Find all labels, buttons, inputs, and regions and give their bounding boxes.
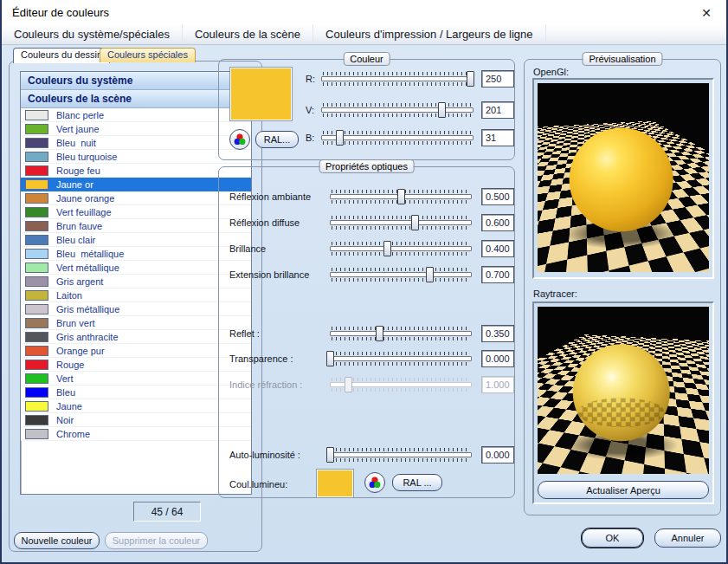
reflection-slider[interactable] xyxy=(330,327,472,340)
red-channel-slider[interactable] xyxy=(321,72,474,86)
blue-channel-slider[interactable] xyxy=(321,131,474,145)
self-luminosity-slider-thumb[interactable] xyxy=(326,447,334,463)
close-icon[interactable]: ✕ xyxy=(699,5,714,21)
color-list-item[interactable]: Rouge feu xyxy=(21,164,251,178)
red-channel-slider-thumb[interactable] xyxy=(467,71,474,87)
color-name: Vert jaune xyxy=(56,124,100,134)
color-name: Laiton xyxy=(56,290,82,301)
color-list-item[interactable]: Noir xyxy=(21,413,251,427)
color-name: Brun fauve xyxy=(56,221,102,231)
red-channel-label: R: xyxy=(306,74,315,84)
tab-couleurs-speciales[interactable]: Couleurs spéciales xyxy=(100,48,196,62)
diffuse-reflection-slider[interactable] xyxy=(330,216,472,230)
slider-groove xyxy=(321,76,474,81)
shininess-label: Brillance xyxy=(229,243,266,254)
blue-channel-value[interactable]: 31 xyxy=(481,129,514,146)
ambient-reflection-slider-thumb[interactable] xyxy=(397,189,405,204)
section-header-scene[interactable]: Couleurs de la scène xyxy=(21,90,251,108)
color-swatch xyxy=(25,387,48,398)
shininess-slider-thumb[interactable] xyxy=(383,241,391,256)
main-tab-0[interactable]: Couleurs du système/spéciales xyxy=(2,24,183,44)
ambient-reflection-slider[interactable] xyxy=(330,190,472,204)
color-name: Vert feuillage xyxy=(56,207,112,217)
transparency-label: Transparence : xyxy=(229,353,293,364)
color-list-item[interactable]: Jaune xyxy=(21,399,251,413)
shininess-value[interactable]: 0.400 xyxy=(481,240,514,257)
shininess-extension-slider-thumb[interactable] xyxy=(426,267,434,282)
tick-marks xyxy=(332,327,470,330)
color-name: Gris anthracite xyxy=(56,332,119,342)
blue-channel-slider-thumb[interactable] xyxy=(336,130,344,146)
section-header-system[interactable]: Couleurs du système xyxy=(21,72,251,90)
tab-couleurs-du-dessin[interactable]: Couleurs du dessin xyxy=(13,48,110,63)
refresh-preview-button[interactable]: Actualiser Aperçu xyxy=(538,481,709,499)
ambient-reflection-value[interactable]: 0.500 xyxy=(481,188,514,205)
color-list-item[interactable]: Vert jaune xyxy=(21,122,251,136)
transparency-slider-thumb[interactable] xyxy=(326,351,334,366)
color-list-item[interactable]: Gris argent xyxy=(21,275,251,288)
color-list-item[interactable]: Chrome xyxy=(21,427,251,441)
color-swatch xyxy=(25,332,48,342)
color-list-item[interactable]: Laiton xyxy=(21,288,251,302)
luminous-ral-button[interactable]: RAL ... xyxy=(392,474,442,491)
diffuse-reflection-slider-thumb[interactable] xyxy=(411,215,419,230)
color-list-item[interactable]: Vert xyxy=(21,372,251,386)
color-list-item[interactable]: Brun vert xyxy=(21,316,251,330)
color-list-item[interactable]: Bleu clair xyxy=(21,233,251,247)
shininess-extension-value[interactable]: 0.700 xyxy=(481,266,514,283)
color-list-item[interactable]: Gris métallique xyxy=(21,302,251,316)
main-tab-1[interactable]: Couleurs de la scène xyxy=(183,24,313,44)
luminous-rgb-picker-icon[interactable] xyxy=(364,472,385,493)
reflection-label: Reflet : xyxy=(229,328,260,339)
main-tab-2[interactable]: Couleurs d'impression / Largeurs de lign… xyxy=(313,24,546,44)
shininess-extension-slider[interactable] xyxy=(330,268,472,282)
green-channel-value[interactable]: 201 xyxy=(481,101,514,119)
color-list-item[interactable]: Orange pur xyxy=(21,344,251,358)
self-luminosity-label: Auto-luminosité : xyxy=(229,450,300,460)
tick-marks xyxy=(332,242,470,245)
color-swatch xyxy=(25,401,48,412)
color-list-item[interactable]: Bleu nuit xyxy=(21,136,251,150)
color-list-item[interactable]: Brun fauve xyxy=(21,219,251,233)
ok-button[interactable]: OK xyxy=(582,528,643,548)
reflection-slider-thumb[interactable] xyxy=(376,326,383,341)
tick-marks xyxy=(332,278,470,282)
self-luminosity-slider[interactable] xyxy=(330,448,472,462)
color-list-item[interactable]: Blanc perle xyxy=(21,108,251,122)
shininess-slider[interactable] xyxy=(330,242,472,256)
transparency-value[interactable]: 0.000 xyxy=(481,350,514,367)
color-list-item[interactable]: Bleu xyxy=(21,386,251,399)
color-list-item[interactable]: Bleu turquoise xyxy=(21,150,251,164)
tick-marks xyxy=(332,337,470,340)
delete-color-button: Supprimer la couleur xyxy=(105,532,208,549)
self-luminosity-value[interactable]: 0.000 xyxy=(481,446,514,464)
color-name: Bleu nuit xyxy=(56,138,96,148)
color-swatch xyxy=(25,415,48,425)
tick-marks xyxy=(332,216,470,219)
color-swatch xyxy=(25,290,48,301)
color-swatch xyxy=(25,235,48,245)
color-list-item[interactable]: Jaune orange xyxy=(21,191,251,205)
color-listbox: Couleurs du système Couleurs de la scène… xyxy=(20,71,252,495)
cancel-button[interactable]: Annuler xyxy=(654,528,721,548)
green-channel-slider-thumb[interactable] xyxy=(438,102,446,118)
green-channel-slider[interactable] xyxy=(321,103,474,117)
red-channel-value[interactable]: 250 xyxy=(481,70,514,88)
color-list-item[interactable]: Vert feuillage xyxy=(21,205,251,219)
color-list-item[interactable]: Gris anthracite xyxy=(21,330,251,344)
color-list-item[interactable]: Bleu métallique xyxy=(21,247,251,261)
ambient-reflection-label: Réflexion ambiante xyxy=(229,191,311,202)
color-list-item[interactable]: Rouge xyxy=(21,358,251,372)
ral-button[interactable]: RAL... xyxy=(255,131,299,148)
optics-group-title: Propriétés optiques xyxy=(319,159,415,173)
new-color-button[interactable]: Nouvelle couleur xyxy=(14,532,100,549)
transparency-slider[interactable] xyxy=(330,352,472,366)
reflection-value[interactable]: 0.350 xyxy=(481,325,514,342)
color-list-item[interactable]: Jaune or xyxy=(21,178,251,191)
color-swatch xyxy=(25,318,48,328)
color-name: Brun vert xyxy=(56,318,95,328)
color-swatch xyxy=(25,360,48,370)
rgb-picker-icon[interactable] xyxy=(229,129,250,150)
diffuse-reflection-value[interactable]: 0.600 xyxy=(481,214,514,231)
color-list-item[interactable]: Vert métallique xyxy=(21,261,251,275)
